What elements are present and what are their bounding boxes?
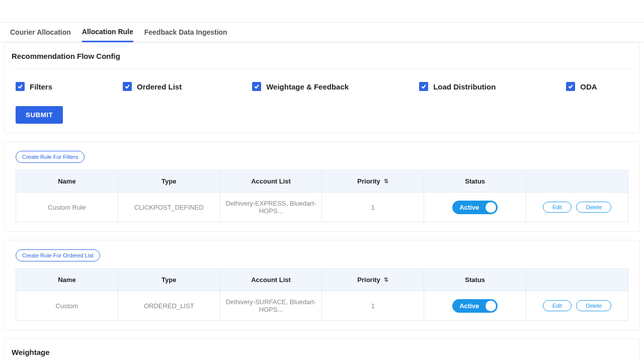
col-account-list[interactable]: Account List: [220, 170, 322, 193]
tab-bar: Courier Allocation Allocation Rule Feedb…: [0, 23, 644, 42]
filters-table: Name Type Account List Priority ⇅ Status…: [16, 170, 628, 222]
table-row: Custom Rule CLICKPOST_DEFINED Delhivery-…: [16, 193, 628, 222]
status-toggle[interactable]: Active: [452, 299, 498, 313]
cell-account-list: Delhivery-SURFACE, Bluedart-HOPS...: [220, 291, 322, 321]
cell-status: Active: [424, 193, 526, 222]
cell-status: Active: [424, 291, 526, 321]
status-toggle-label: Active: [459, 302, 479, 310]
col-status[interactable]: Status: [424, 170, 526, 193]
checkbox-ordered-list[interactable]: [123, 82, 132, 91]
cell-actions: Edit Delete: [526, 291, 628, 321]
col-status[interactable]: Status: [424, 269, 526, 291]
checkbox-weightage-feedback-label: Weightage & Feedback: [266, 82, 349, 91]
sort-icon[interactable]: ⇅: [384, 178, 388, 185]
col-type[interactable]: Type: [118, 269, 220, 291]
filters-rules-panel: Create Rule For Filters Name Type Accoun…: [4, 141, 640, 232]
delete-button[interactable]: Delete: [576, 202, 611, 213]
cell-type: ORDERED_LIST: [118, 291, 220, 321]
col-priority[interactable]: Priority ⇅: [322, 170, 424, 193]
col-name[interactable]: Name: [16, 170, 118, 193]
top-spacer: [0, 0, 644, 23]
checkbox-oda-label: ODA: [580, 82, 597, 91]
ordered-list-rules-panel: Create Rule For Ordered List Name Type A…: [4, 240, 640, 330]
col-name[interactable]: Name: [16, 269, 118, 291]
col-actions: [526, 269, 628, 291]
col-actions: [526, 170, 628, 193]
cell-priority: 1: [322, 291, 424, 321]
cell-type: CLICKPOST_DEFINED: [118, 193, 220, 222]
col-account-list[interactable]: Account List: [220, 269, 322, 291]
panel-title: Recommendation Flow Config: [12, 52, 632, 69]
status-toggle-label: Active: [459, 204, 479, 211]
recommendation-flow-config-panel: Recommendation Flow Config Filters Order…: [4, 42, 640, 133]
edit-button[interactable]: Edit: [543, 202, 572, 213]
checkbox-oda[interactable]: [566, 82, 575, 91]
cell-name: Custom: [16, 291, 118, 321]
toggle-knob-icon: [486, 202, 496, 213]
status-toggle[interactable]: Active: [452, 201, 498, 214]
tab-allocation-rule[interactable]: Allocation Rule: [82, 23, 133, 42]
sort-icon[interactable]: ⇅: [384, 277, 388, 283]
checkbox-load-distribution-label: Load Distribution: [433, 82, 496, 91]
edit-button[interactable]: Edit: [543, 300, 572, 311]
ordered-list-table: Name Type Account List Priority ⇅ Status…: [16, 268, 628, 321]
table-row: Custom ORDERED_LIST Delhivery-SURFACE, B…: [16, 291, 628, 321]
create-rule-ordered-list-button[interactable]: Create Rule For Ordered List: [16, 249, 100, 261]
delete-button[interactable]: Delete: [576, 300, 611, 311]
checkbox-row: Filters Ordered List Weightage & Feedbac…: [12, 82, 632, 91]
weightage-title: Weightage: [12, 348, 632, 356]
cell-name: Custom Rule: [16, 193, 118, 222]
toggle-knob-icon: [486, 301, 496, 311]
checkbox-load-distribution[interactable]: [419, 82, 428, 91]
col-type[interactable]: Type: [118, 170, 220, 193]
cell-actions: Edit Delete: [526, 193, 628, 222]
submit-button[interactable]: SUBMIT: [16, 106, 63, 124]
cell-priority: 1: [322, 193, 424, 222]
cell-account-list: Delhivery-EXPRESS, Bluedart-HOPS...: [220, 193, 322, 222]
col-priority-label: Priority: [357, 177, 380, 185]
checkbox-ordered-list-label: Ordered List: [137, 82, 182, 91]
col-priority[interactable]: Priority ⇅: [322, 269, 424, 291]
checkbox-filters[interactable]: [16, 82, 25, 91]
create-rule-filters-button[interactable]: Create Rule For Filters: [16, 151, 85, 163]
tab-feedback-data-ingestion[interactable]: Feedback Data Ingestion: [144, 23, 227, 41]
col-priority-label: Priority: [357, 276, 380, 284]
checkbox-filters-label: Filters: [30, 82, 52, 91]
weightage-panel: Weightage: [4, 338, 640, 362]
tab-courier-allocation[interactable]: Courier Allocation: [10, 23, 71, 41]
checkbox-weightage-feedback[interactable]: [252, 82, 261, 91]
